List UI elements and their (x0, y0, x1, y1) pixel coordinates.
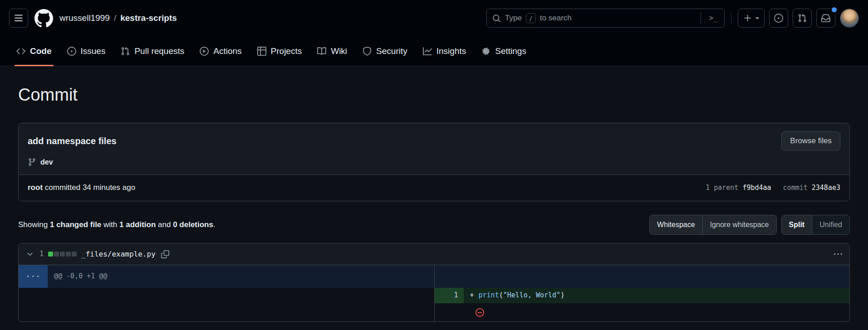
user-avatar-button[interactable] (840, 9, 859, 28)
hunk-header: @@ -0,0 +1 @@ (48, 265, 434, 288)
pull-requests-dashboard-button[interactable] (793, 9, 812, 28)
diffstat-square (54, 252, 59, 257)
search-icon (492, 14, 501, 23)
changed-lines-count: 1 (39, 249, 44, 259)
code-icon (16, 47, 25, 56)
browse-files-button[interactable]: Browse files (781, 131, 840, 150)
breadcrumb: wrussell1999 / kestra-scripts (59, 12, 177, 24)
commit-sha: 2348ae3 (812, 183, 840, 193)
tab-pull-requests[interactable]: Pull requests (115, 36, 190, 66)
search-input[interactable]: Type / to search >_ (486, 9, 725, 28)
inbox-icon (821, 14, 830, 23)
code-string: "Hello, World" (503, 291, 560, 301)
diff-file-box: 1 _files/example.py ··· @@ -0,0 +1 @@ (18, 243, 850, 322)
page-title: Commit (18, 82, 850, 107)
commit-author-line: root committed 34 minutes ago (28, 182, 135, 194)
copy-path-button[interactable] (160, 249, 170, 259)
breadcrumb-owner-link[interactable]: wrussell1999 (59, 12, 110, 24)
unified-view-button[interactable]: Unified (812, 215, 849, 234)
expand-hunk-button[interactable]: ··· (19, 265, 48, 288)
hunk-header-right (434, 265, 850, 288)
commit-message: add namespace files (28, 135, 117, 148)
commit-header: add namespace files Browse files dev (19, 123, 849, 175)
tab-issues[interactable]: Issues (62, 36, 111, 66)
summary-with: with (103, 220, 117, 229)
plus-icon (743, 14, 752, 23)
tab-label: Issues (81, 45, 106, 58)
security-icon (363, 47, 372, 56)
tab-label: Actions (213, 45, 241, 58)
tab-projects[interactable]: Projects (252, 36, 308, 66)
hunk-row: ··· @@ -0,0 +1 @@ (19, 265, 849, 288)
tab-code[interactable]: Code (11, 36, 57, 66)
ignore-whitespace-button[interactable]: Ignore whitespace (702, 215, 776, 234)
insights-icon (423, 47, 432, 56)
tab-label: Insights (436, 45, 466, 58)
view-toggle-group: Split Unified (781, 215, 850, 235)
pull-request-icon (121, 47, 130, 56)
header-divider (731, 12, 731, 24)
summary-showing: Showing (18, 220, 48, 229)
tab-wiki[interactable]: Wiki (312, 36, 353, 66)
addition-sign: + (470, 291, 474, 301)
commit-sha-info: 1 parent f9bd4aa commit 2348ae3 (706, 183, 840, 193)
tab-label: Projects (271, 45, 302, 58)
tab-insights[interactable]: Insights (417, 36, 471, 66)
commit-time-text: committed 34 minutes ago (45, 183, 135, 192)
commit-page: Commit add namespace files Browse files … (0, 66, 868, 322)
notifications-button[interactable] (816, 9, 835, 28)
breadcrumb-separator: / (114, 12, 116, 24)
added-code-line: +print("Hello, World") (464, 288, 850, 303)
issues-icon (774, 14, 783, 23)
line-number[interactable]: 1 (435, 288, 464, 303)
tab-label: Security (376, 45, 407, 58)
no-newline-row (19, 303, 849, 321)
code-punct: ) (560, 291, 564, 301)
parent-sha-link[interactable]: f9bd4aa (742, 183, 771, 193)
summary-changed-files: 1 changed file (50, 220, 101, 229)
summary-deletions: 0 deletions (173, 220, 213, 229)
tab-actions[interactable]: Actions (194, 36, 247, 66)
header-actions: Type / to search >_ (486, 9, 859, 28)
diff-summary: Showing 1 changed file with 1 addition a… (18, 219, 216, 231)
parent-label: 1 parent (706, 183, 738, 193)
whitespace-button[interactable]: Whitespace (650, 215, 702, 234)
file-options-button[interactable] (833, 249, 843, 259)
diffstat-square (60, 252, 65, 257)
file-path-link[interactable]: _files/example.py (81, 249, 156, 259)
diffstat (48, 252, 77, 257)
copy-icon (161, 250, 169, 258)
split-view-button[interactable]: Split (782, 215, 812, 234)
code-function: print (479, 291, 499, 301)
tab-label: Settings (495, 45, 526, 58)
create-new-button[interactable] (738, 9, 765, 28)
hamburger-menu-button[interactable] (9, 9, 28, 28)
repo-nav: Code Issues Pull requests Actions Projec… (0, 36, 868, 66)
slash-key-hint: / (526, 13, 536, 23)
tab-label: Pull requests (134, 45, 184, 58)
tab-security[interactable]: Security (357, 36, 413, 66)
diff-toolbar-row: Showing 1 changed file with 1 addition a… (18, 215, 850, 235)
settings-icon (481, 47, 490, 56)
code-punct: ( (499, 291, 503, 301)
search-divider (701, 12, 701, 24)
search-placeholder-prefix: Type (505, 13, 522, 24)
branch-link[interactable]: dev (40, 157, 53, 167)
collapse-file-button[interactable] (25, 249, 35, 259)
unread-notifications-indicator (832, 7, 837, 12)
actions-icon (200, 47, 209, 56)
github-logo[interactable] (34, 9, 53, 28)
diffstat-square (66, 252, 71, 257)
tab-settings[interactable]: Settings (476, 36, 532, 66)
summary-period: . (213, 220, 216, 229)
tab-label: Code (30, 45, 52, 58)
command-palette-button[interactable]: >_ (705, 14, 721, 22)
breadcrumb-repo-link[interactable]: kestra-scripts (120, 12, 177, 24)
split-diff: ··· @@ -0,0 +1 @@ 1 +print("Hello, World… (19, 265, 849, 321)
commit-meta: root committed 34 minutes ago 1 parent f… (19, 175, 849, 201)
issues-dashboard-button[interactable] (769, 9, 788, 28)
search-placeholder-suffix: to search (540, 13, 572, 24)
file-header: 1 _files/example.py (19, 243, 849, 265)
hamburger-menu-icon (14, 14, 23, 23)
avatar (840, 9, 858, 27)
